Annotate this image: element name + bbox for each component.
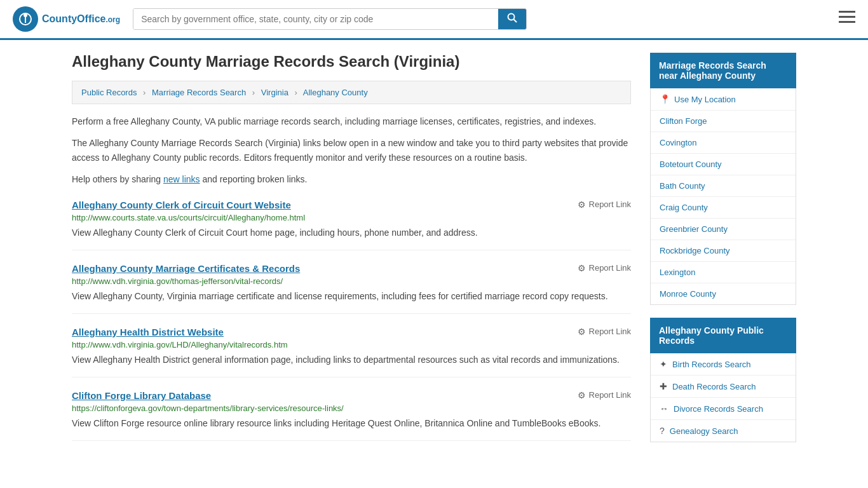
svg-rect-7: [839, 16, 855, 18]
report-icon-4: ⚙: [578, 390, 586, 400]
death-icon: ✚: [660, 381, 667, 391]
birth-icon: ✦: [660, 359, 667, 369]
location-pin-icon: 📍: [660, 94, 670, 104]
sidebar-nearby-list: 📍 Use My Location Clifton Forge Covingto…: [650, 88, 796, 305]
svg-rect-8: [839, 21, 855, 23]
result-3-url: http://www.vdh.virginia.gov/LHD/Alleghan…: [72, 340, 631, 349]
breadcrumb-alleghany[interactable]: Alleghany County: [303, 88, 368, 97]
result-2-url: http://www.vdh.virginia.gov/thomas-jeffe…: [72, 276, 631, 286]
desc-para-2: The Alleghany County Marriage Records Se…: [72, 136, 631, 165]
result-2-link[interactable]: Alleghany County Marriage Certificates &…: [72, 263, 300, 274]
result-4: Clifton Forge Library Database ⚙ Report …: [72, 390, 631, 441]
sidebar-birth-records[interactable]: ✦ Birth Records Search: [651, 353, 796, 376]
result-3-link[interactable]: Alleghany Health District Website: [72, 327, 224, 337]
divorce-icon: ↔: [660, 403, 668, 414]
result-4-link[interactable]: Clifton Forge Library Database: [72, 390, 211, 401]
search-bar: [133, 8, 527, 30]
genealogy-icon: ?: [660, 426, 665, 436]
desc-para-1: Perform a free Alleghany County, VA publ…: [72, 114, 631, 128]
header: CountyOffice.org: [0, 0, 868, 40]
sidebar-use-location[interactable]: 📍 Use My Location: [651, 88, 796, 111]
desc-para-3: Help others by sharing new links and rep…: [72, 172, 631, 186]
search-button[interactable]: [498, 9, 526, 29]
report-icon-2: ⚙: [578, 263, 586, 273]
page-title: Alleghany County Marriage Records Search…: [72, 53, 631, 71]
sidebar-public-records-list: ✦ Birth Records Search ✚ Death Records S…: [650, 353, 796, 442]
breadcrumb-virginia[interactable]: Virginia: [261, 88, 288, 97]
sidebar-item-covington[interactable]: Covington: [651, 132, 796, 154]
sidebar-item-greenbrier[interactable]: Greenbrier County: [651, 219, 796, 240]
sidebar-genealogy[interactable]: ? Genealogy Search: [651, 420, 796, 442]
logo-icon: [13, 6, 38, 32]
search-input[interactable]: [133, 9, 498, 29]
report-link-3[interactable]: ⚙ Report Link: [578, 327, 631, 337]
breadcrumb: Public Records › Marriage Records Search…: [72, 81, 631, 104]
sidebar-death-records[interactable]: ✚ Death Records Search: [651, 376, 796, 398]
svg-rect-6: [839, 11, 855, 13]
breadcrumb-public-records[interactable]: Public Records: [81, 88, 137, 97]
svg-line-5: [514, 20, 517, 23]
result-2-desc: View Alleghany County, Virginia marriage…: [72, 290, 631, 303]
sidebar-item-bath[interactable]: Bath County: [651, 175, 796, 197]
sidebar-item-craig[interactable]: Craig County: [651, 197, 796, 219]
sidebar-item-monroe[interactable]: Monroe County: [651, 283, 796, 304]
breadcrumb-marriage-records[interactable]: Marriage Records Search: [152, 88, 246, 97]
sidebar: Marriage Records Search near Alleghany C…: [650, 53, 796, 455]
sidebar-public-records-header: Alleghany County Public Records: [650, 318, 796, 353]
result-2-title-row: Alleghany County Marriage Certificates &…: [72, 263, 631, 274]
report-link-1[interactable]: ⚙ Report Link: [578, 200, 631, 210]
sidebar-item-rockbridge[interactable]: Rockbridge County: [651, 240, 796, 262]
menu-icon[interactable]: [839, 11, 855, 27]
use-location-link[interactable]: Use My Location: [674, 95, 736, 104]
svg-point-2: [24, 13, 27, 17]
result-4-url: https://cliftonforgeva.gov/town-departme…: [72, 403, 631, 413]
result-4-title-row: Clifton Forge Library Database ⚙ Report …: [72, 390, 631, 401]
description: Perform a free Alleghany County, VA publ…: [72, 114, 631, 187]
new-links-link[interactable]: new links: [163, 174, 200, 184]
logo-text: CountyOffice.org: [42, 13, 120, 25]
sidebar-item-botetourt[interactable]: Botetourt County: [651, 154, 796, 175]
sidebar-nearby-header: Marriage Records Search near Alleghany C…: [650, 53, 796, 88]
result-3: Alleghany Health District Website ⚙ Repo…: [72, 327, 631, 377]
result-1-title-row: Alleghany County Clerk of Circuit Court …: [72, 200, 631, 210]
report-link-4[interactable]: ⚙ Report Link: [578, 390, 631, 400]
report-icon-3: ⚙: [578, 327, 586, 337]
sidebar-divorce-records[interactable]: ↔ Divorce Records Search: [651, 398, 796, 420]
result-2: Alleghany County Marriage Certificates &…: [72, 263, 631, 314]
report-link-2[interactable]: ⚙ Report Link: [578, 263, 631, 273]
sidebar-item-lexington[interactable]: Lexington: [651, 262, 796, 283]
logo[interactable]: CountyOffice.org: [13, 6, 120, 32]
result-1-desc: View Alleghany County Clerk of Circuit C…: [72, 226, 631, 240]
result-3-desc: View Alleghany Health District general i…: [72, 353, 631, 367]
report-icon-1: ⚙: [578, 200, 586, 210]
main-container: Alleghany County Marriage Records Search…: [59, 40, 809, 468]
result-4-desc: View Clifton Forge resource online libra…: [72, 417, 631, 430]
result-1-url: http://www.courts.state.va.us/courts/cir…: [72, 213, 631, 222]
content: Alleghany County Marriage Records Search…: [72, 53, 631, 455]
svg-point-4: [508, 14, 515, 20]
result-1-link[interactable]: Alleghany County Clerk of Circuit Court …: [72, 200, 291, 210]
result-1: Alleghany County Clerk of Circuit Court …: [72, 200, 631, 250]
sidebar-item-clifton-forge[interactable]: Clifton Forge: [651, 111, 796, 132]
result-3-title-row: Alleghany Health District Website ⚙ Repo…: [72, 327, 631, 337]
